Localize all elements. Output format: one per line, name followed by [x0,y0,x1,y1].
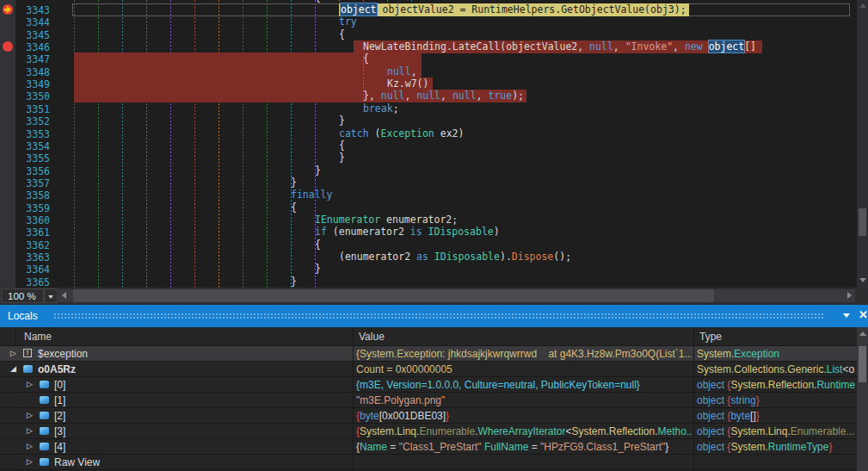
column-separator[interactable] [15,327,16,346]
local-value[interactable]: {byte[0x001DBE03]} [356,410,692,422]
code-token: { [363,53,369,65]
code-token: { [339,28,345,40]
expand-icon[interactable]: ▷ [27,457,33,466]
expand-icon[interactable]: ▷ [27,380,33,388]
scroll-down-icon[interactable] [859,278,866,282]
code-line[interactable]: 3348null, [0,65,857,78]
value-token: "HPzFG9.Class1_PreStart" [540,441,665,453]
code-token: ex2) [434,127,465,139]
code-line[interactable]: 3345{ [0,28,857,41]
value-token: "m3E.Polygan.png" [356,394,445,406]
code-editor[interactable]: {3343object objectValue2 = RuntimeHelper… [0,0,868,288]
scroll-up-icon[interactable] [859,332,866,336]
close-icon[interactable]: ✕ [859,308,868,321]
code-line[interactable]: 3360IEnumerator enumerator2; [0,214,857,226]
type-token: object [697,425,727,437]
object-icon [40,396,49,404]
code-text: (enumerator2 as IDisposable).Dispose(); [339,251,571,263]
locals-row[interactable]: ▷Raw View [0,455,857,470]
locals-row[interactable]: ▷[2]{byte[0x001DBE03]}object {byte[]} [0,408,857,424]
code-line[interactable]: 3361if (enumerator2 is IDisposable) [0,226,857,239]
local-name: $exception [38,348,88,360]
code-line[interactable]: 3359{ [0,201,857,214]
local-value[interactable]: {m3E, Version=1.0.0.0, Culture=neutral, … [356,379,692,391]
titlebar-drag-handle[interactable] [53,313,825,319]
type-token: object [697,379,727,391]
code-token: [] [744,40,756,53]
code-line[interactable]: 3344try [0,15,857,28]
editor-horizontal-scrollbar[interactable] [58,289,855,302]
type-token: } [756,394,760,406]
object-icon [23,365,33,373]
local-value[interactable]: {System.Exception: jhkdsajkjkwrqwrrwd at… [356,348,692,360]
current-statement-highlight: object objectValue2 = RuntimeHelpers.Get… [339,3,689,16]
zoom-dropdown-button[interactable] [44,288,58,303]
locals-row[interactable]: ▷!$exception{System.Exception: jhkdsajkj… [0,346,857,362]
code-token: { [339,139,345,152]
code-line[interactable]: 3355} [0,152,857,164]
code-line[interactable]: 3356} [0,164,857,177]
partial-code-line: { [315,0,321,4]
column-separator-name-value[interactable] [353,327,354,471]
local-value[interactable]: "m3E.Polygan.png" [356,394,692,406]
local-type: object {System.RuntimeType} [697,441,855,453]
code-line[interactable]: 3347{ [0,53,857,65]
locals-row[interactable]: ▷[3]{System.Linq.Enumerable.WhereArrayIt… [0,424,857,439]
code-line[interactable]: 3363(enumerator2 as IDisposable).Dispose… [0,251,857,263]
expand-icon[interactable]: ▷ [27,426,33,435]
code-line[interactable]: 3358finally [0,189,857,201]
value-token: Enumerable [419,425,475,437]
code-token: break [363,102,393,115]
debugger-window: {3343object objectValue2 = RuntimeHelper… [0,0,868,471]
locals-vertical-scrollbar[interactable] [857,327,868,471]
code-line[interactable]: 3353catch (Exception ex2) [0,127,857,140]
locals-row[interactable]: ▷[0]{m3E, Version=1.0.0.0, Culture=neutr… [0,377,857,393]
code-line[interactable]: 3354{ [0,139,857,152]
local-value[interactable]: Count = 0x00000005 [356,363,692,375]
scroll-right-icon[interactable] [847,292,852,299]
local-value[interactable]: {System.Linq.Enumerable.WhereArrayIterat… [356,425,692,437]
local-name: [2] [54,410,65,422]
code-line[interactable]: 3364} [0,263,857,276]
code-line[interactable]: 3357} [0,177,857,189]
breakpoint-icon[interactable] [3,41,13,52]
line-number: 3344 [15,16,50,28]
editor-vertical-scrollbar[interactable] [857,0,868,288]
local-value[interactable]: {Name = "Class1_PreStart" FullName = "HP… [356,441,692,453]
value-token: = [528,441,540,453]
editor-hscroll-thumb[interactable] [73,289,714,302]
column-header-value[interactable]: Value [359,331,385,343]
window-position-menu-icon[interactable] [843,313,850,318]
locals-row[interactable]: [1]"m3E.Polygan.png"object {string} [0,393,857,408]
locals-row[interactable]: ▷[4]{Name = "Class1_PreStart" FullName =… [0,439,857,455]
locals-row[interactable]: ◢o0A5RzCount = 0x00000005System.Collecti… [0,362,857,377]
code-line[interactable]: 3346NewLateBinding.LateCall(objectValue2… [0,40,857,53]
code-line[interactable]: 3349Kz.w7() [0,77,857,90]
selected-word: object [341,3,377,15]
scroll-left-icon[interactable] [62,292,66,299]
code-line[interactable]: 3365} [0,276,857,288]
scroll-up-icon[interactable] [859,3,866,8]
type-token: } [828,441,832,453]
breakpoint-statement-highlight: NewLateBinding.LateCall(objectValue2, nu… [354,40,762,53]
expand-icon[interactable]: ▷ [27,442,33,450]
local-name: [0] [54,379,65,391]
expand-icon[interactable]: ▷ [27,411,33,419]
current-statement-breakpoint-icon[interactable] [3,4,13,15]
code-line[interactable]: 3343object objectValue2 = RuntimeHelpers… [0,3,857,16]
locals-vscroll-thumb[interactable] [859,346,866,382]
code-text: if (enumerator2 is IDisposable) [315,226,500,239]
code-line[interactable]: 3351break; [0,102,857,115]
code-line[interactable]: 3350}, null, null, null, true); [0,90,857,102]
local-type: object {byte[]} [697,410,855,422]
code-line[interactable]: 3362{ [0,239,857,251]
column-header-name[interactable]: Name [24,331,52,343]
editor-vscroll-thumb[interactable] [859,208,866,236]
code-text: } [339,152,345,164]
collapse-icon[interactable]: ◢ [10,364,16,373]
zoom-level-control[interactable]: 100 % [1,288,44,303]
column-separator-value-type[interactable] [693,327,694,471]
code-line[interactable]: 3352} [0,115,857,127]
column-header-type[interactable]: Type [699,331,722,343]
expand-icon[interactable]: ▷ [10,349,16,357]
